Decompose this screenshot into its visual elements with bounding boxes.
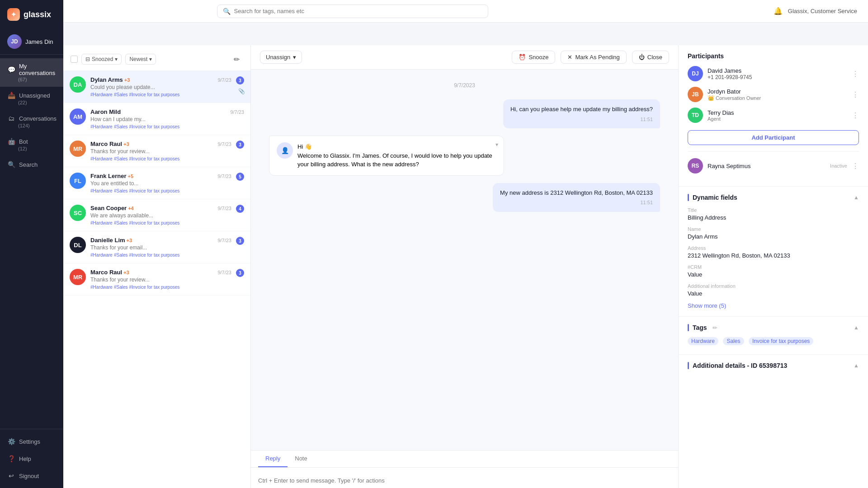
right-panel: Participants DJ David James +1 201-9928-… <box>678 45 868 488</box>
participant-info: Terry Dias Agent <box>708 109 847 122</box>
bot-count: (12) <box>18 146 27 151</box>
tag-hardware: #Hardware <box>90 188 113 193</box>
conversation-tags: #Hardware #Sales #Invoice for tax purpos… <box>90 156 231 161</box>
assign-button[interactable]: Unassign ▾ <box>260 51 302 64</box>
plus-count: +3 <box>123 141 129 147</box>
search-container: 🔍 <box>217 5 488 18</box>
field-row: Address 2312 Wellington Rd, Boston, MA 0… <box>688 245 859 259</box>
participant-menu-icon[interactable]: ⋮ <box>852 70 859 78</box>
avatar: AM <box>70 108 86 125</box>
message-time: 11:51 <box>510 116 653 123</box>
search-input[interactable] <box>234 8 482 14</box>
expand-icon[interactable]: ▾ <box>495 141 498 149</box>
participant-phone: +1 201-9928-9745 <box>708 74 847 80</box>
additional-details-section: Additional details - ID 65398713 ▲ <box>679 355 868 376</box>
filter-snoozed-button[interactable]: ⊟ Snoozed ▾ <box>81 54 122 65</box>
conversation-preview: How can I update my... <box>90 116 244 122</box>
tag-sales: #Sales <box>114 188 128 193</box>
participant-info: David James +1 201-9928-9745 <box>708 67 847 80</box>
conversation-body: Dylan Arms+3 9/7/23 Could you please upd… <box>90 76 231 97</box>
sort-label: Newest <box>129 56 147 62</box>
mark-pending-button[interactable]: ✕ Mark As Pending <box>561 51 626 64</box>
tab-reply[interactable]: Reply <box>258 450 288 467</box>
conversation-items: DA Dylan Arms+3 9/7/23 Could you please … <box>63 71 250 488</box>
chat-tabs: Reply Note <box>251 450 678 468</box>
conversation-item[interactable]: MR Marco Raul+3 9/7/23 Thanks for your r… <box>63 263 250 296</box>
additional-details-header-left: Additional details - ID 65398713 <box>688 362 787 369</box>
conversation-item[interactable]: MR Marco Raul+3 9/7/23 Thanks for your r… <box>63 135 250 167</box>
tags-header-left: Tags ✏ <box>688 324 717 331</box>
participant-row: RS Rayna Septimus Inactive ⋮ <box>688 158 859 174</box>
conversation-item[interactable]: FL Frank Lerner+5 9/7/23 You are entitle… <box>63 167 250 199</box>
plus-count: +3 <box>124 77 130 83</box>
unread-count: 3 <box>236 237 244 245</box>
participants-section: Participants DJ David James +1 201-9928-… <box>679 45 868 187</box>
unassigned-count: (22) <box>18 100 27 105</box>
conversation-body: Aaron Mild 9/7/23 How can I update my...… <box>90 108 244 129</box>
conversation-item[interactable]: SC Sean Cooper+4 9/7/23 We are always av… <box>63 199 250 231</box>
field-label: Name <box>688 226 859 232</box>
participant-role: 👑Conversation Owner <box>708 95 847 101</box>
dynamic-fields-header[interactable]: Dynamic fields ▲ <box>688 194 859 201</box>
conversation-item[interactable]: DA Dylan Arms+3 9/7/23 Could you please … <box>63 71 250 103</box>
logo-icon: ✦ <box>7 8 20 21</box>
conversation-preview: You are entitled to... <box>90 180 231 187</box>
settings-icon: ⚙️ <box>7 437 15 446</box>
message-text: My new address is 2312 Wellington Rd, Bo… <box>500 188 653 197</box>
participant-menu-icon[interactable]: ⋮ <box>852 162 859 170</box>
sidebar-item-conversations[interactable]: 🗂 Conversations (124) <box>0 110 63 133</box>
tags-edit-icon[interactable]: ✏ <box>712 324 717 331</box>
chat-input[interactable] <box>258 473 671 488</box>
sidebar-item-unassigned[interactable]: 📥 Unassigned (22) <box>0 87 63 110</box>
plus-count: +3 <box>123 270 129 275</box>
sidebar-item-search[interactable]: 🔍 Search <box>0 156 63 173</box>
snooze-label: Snooze <box>528 54 548 61</box>
close-icon: ⏻ <box>639 54 645 61</box>
field-value: Value <box>688 290 859 297</box>
sidebar-item-help[interactable]: ❓ Help <box>0 450 63 467</box>
compose-button[interactable]: ✏ <box>230 52 243 66</box>
participant-menu-icon[interactable]: ⋮ <box>852 90 859 99</box>
tab-note[interactable]: Note <box>288 450 314 467</box>
mark-pending-icon: ✕ <box>567 54 572 61</box>
conversation-tags: #Hardware #Sales #Invoice for tax purpos… <box>90 221 231 225</box>
participant-menu-icon[interactable]: ⋮ <box>852 111 859 120</box>
show-more-link[interactable]: Show more (5) <box>688 302 859 309</box>
participant-name: David James <box>708 67 847 74</box>
sidebar-item-label: Bot <box>19 138 28 145</box>
conversation-body: Danielle Lim+3 9/7/23 Thanks for your em… <box>90 237 231 258</box>
app-logo: ✦ glassix <box>0 0 63 29</box>
close-button[interactable]: ⏻ Close <box>632 51 669 64</box>
collapse-icon: ▲ <box>854 194 859 201</box>
filter-label: Snoozed <box>92 56 113 62</box>
tag-sales: #Sales <box>114 221 128 225</box>
additional-details-title: Additional details - ID 65398713 <box>693 362 787 369</box>
select-all-checkbox[interactable] <box>71 56 78 63</box>
conversation-item[interactable]: AM Aaron Mild 9/7/23 How can I update my… <box>63 103 250 135</box>
sort-button[interactable]: Newest ▾ <box>125 54 156 65</box>
sidebar-user[interactable]: JD James Din <box>0 29 63 55</box>
add-participant-button[interactable]: Add Participant <box>688 130 859 145</box>
chat-input-area <box>251 468 678 488</box>
notification-icon[interactable]: 🔔 <box>774 7 783 15</box>
conversation-name: Marco Raul+3 <box>90 269 129 276</box>
sidebar-item-bot[interactable]: 🤖 Bot (12) <box>0 133 63 156</box>
conversation-item[interactable]: DL Danielle Lim+3 9/7/23 Thanks for your… <box>63 231 250 263</box>
assign-label: Unassign <box>266 54 290 61</box>
field-row: Additional information Value <box>688 283 859 297</box>
sidebar-item-signout[interactable]: ↩ Signout <box>0 467 63 484</box>
conversation-tags: #Hardware #Sales #Invoice for tax purpos… <box>90 92 231 97</box>
avatar: MR <box>70 141 86 157</box>
tag-chip-sales: Sales <box>723 337 744 345</box>
additional-details-header[interactable]: Additional details - ID 65398713 ▲ <box>688 362 859 369</box>
conversation-name: Dylan Arms+3 <box>90 76 130 83</box>
conversation-date: 9/7/23 <box>217 141 231 147</box>
signout-icon: ↩ <box>7 472 15 480</box>
sidebar-item-settings[interactable]: ⚙️ Settings <box>0 433 63 450</box>
attachment-icon: 📎 <box>238 88 245 94</box>
snooze-button[interactable]: ⏰ Snooze <box>512 51 555 64</box>
sidebar-item-my-conversations[interactable]: 💬 My conversations (67) <box>0 58 63 87</box>
compose-icon: ✏ <box>234 55 240 64</box>
crown-icon: 👑 <box>708 95 714 101</box>
conversation-preview: Thanks for your review... <box>90 277 231 283</box>
